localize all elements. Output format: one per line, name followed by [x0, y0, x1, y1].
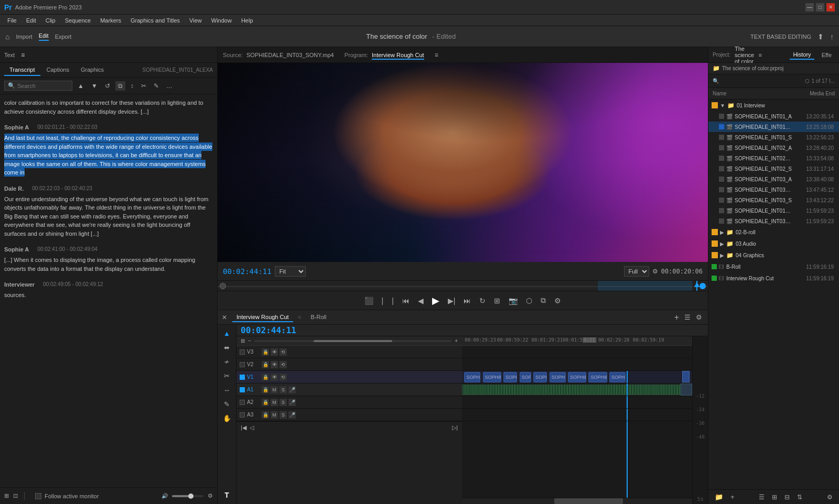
tab-transcript[interactable]: Transcript — [4, 64, 40, 76]
track-a1-mic[interactable]: 🎤 — [288, 386, 296, 393]
step-fwd-button[interactable]: ▶| — [445, 294, 459, 307]
new-bin-button[interactable]: 📁 — [713, 492, 725, 502]
play-button[interactable]: ▶ — [429, 293, 443, 309]
dual-view-button[interactable]: ⧉ — [115, 81, 125, 91]
timeline-tab-broll[interactable]: B-Roll — [307, 313, 331, 322]
loop-button[interactable]: ↻ — [476, 294, 489, 307]
track-a1-mute[interactable]: M — [271, 386, 278, 393]
timeline-settings[interactable]: ⚙ — [694, 312, 704, 323]
mark-out-button[interactable]: | — [379, 294, 387, 307]
camera-button[interactable]: 📷 — [505, 294, 521, 307]
maximize-button[interactable]: □ — [816, 3, 824, 12]
track-a1-lock[interactable]: 🔒 — [262, 386, 269, 393]
freeform-view-button[interactable]: ⊟ — [782, 492, 792, 502]
track-select-tool[interactable]: ⬌ — [222, 342, 231, 353]
file-int01-ip[interactable]: 🎬 SOPHIEDALE_INT01_IP 11:59:59:23 — [708, 205, 839, 216]
file-int02-c[interactable]: 🎬 SOPHIEDALE_INT02_C 13:33:54:08 — [708, 153, 839, 163]
zoom-out-button[interactable]: − — [248, 338, 251, 344]
go-to-start-icon[interactable]: |◀ — [241, 424, 246, 431]
track-a3-mute[interactable]: M — [271, 411, 278, 419]
rp-project-menu[interactable]: ≡ — [758, 52, 761, 58]
slip-tool[interactable]: ↔ — [222, 385, 232, 396]
menu-clip[interactable]: Clip — [41, 16, 60, 25]
follow-monitor-checkbox[interactable] — [35, 493, 41, 499]
track-a1-solo[interactable]: S — [279, 386, 287, 393]
track-a3-content[interactable] — [462, 409, 692, 421]
export-icon[interactable]: ⬆ — [818, 32, 824, 41]
file-int02-a[interactable]: 🎬 SOPHIEDALE_INT02_A 13:28:40:20 — [708, 143, 839, 153]
folder-01-interview[interactable]: ▼ 📁 01 Interview — [708, 100, 839, 111]
video-clip-5[interactable]: SOPHIEDA — [533, 372, 547, 382]
video-clip-1[interactable]: SOPHI — [464, 372, 480, 382]
track-v1-enable[interactable] — [240, 375, 245, 380]
timeline-tab-menu[interactable]: ≡ — [298, 314, 302, 320]
track-v1-sync[interactable]: ⟲ — [279, 374, 287, 381]
settings2-icon[interactable]: ⚙ — [551, 294, 564, 307]
close-button[interactable]: ✕ — [826, 3, 835, 12]
track-a1-enable[interactable] — [240, 387, 245, 392]
track-v3-content[interactable] — [462, 346, 692, 358]
razor-tool[interactable]: ✂ — [222, 370, 231, 381]
type-tool[interactable]: T — [223, 489, 231, 501]
rp-tab-history[interactable]: Effe — [819, 51, 835, 59]
hamburger-icon[interactable]: ≡ — [21, 51, 25, 59]
safe-margin-button[interactable]: ⊞ — [491, 294, 503, 307]
step-back-icon[interactable]: ◁ — [250, 424, 254, 431]
arrow-down-button[interactable]: ▼ — [89, 81, 100, 91]
fit-select[interactable]: Fit 25% 50% 100% — [275, 266, 306, 277]
bottom-icon-1[interactable]: ⊞ — [4, 492, 9, 499]
text-editing-label[interactable]: TEXT BASED EDITING — [750, 34, 811, 40]
icon-view-button[interactable]: ⊞ — [770, 492, 779, 502]
track-v3-enable[interactable] — [240, 349, 245, 355]
file-int03-ip[interactable]: 🎬 SOPHIEDALE_INT03_IP 11:59:59:23 — [708, 216, 839, 226]
file-int03-a[interactable]: 🎬 SOPHIEDALE_INT03_A 13:38:40:08 — [708, 174, 839, 184]
folder-expand-01[interactable]: ▼ — [720, 103, 725, 108]
track-v1-visibility[interactable]: 👁 — [271, 374, 278, 381]
track-a1-content[interactable] — [462, 384, 692, 396]
minimize-button[interactable]: — — [805, 3, 814, 12]
ripple-tool[interactable]: ≁ — [222, 356, 231, 367]
track-v2-visibility[interactable]: 👁 — [271, 361, 278, 368]
step-back-button[interactable]: ⏮ — [399, 294, 413, 307]
track-v3-visibility[interactable]: 👁 — [271, 348, 278, 356]
cut-button[interactable]: ✂ — [139, 81, 148, 91]
rp-tab-project[interactable]: History — [790, 50, 814, 60]
tab-graphics[interactable]: Graphics — [76, 64, 109, 76]
track-a2-lock[interactable]: 🔒 — [262, 399, 269, 406]
video-clip-8[interactable]: SOPHIEDA — [588, 372, 607, 382]
video-clip-9[interactable]: SOPHIEDA — [609, 372, 626, 382]
refresh-button[interactable]: ↺ — [103, 81, 112, 91]
folder-03-audio[interactable]: ▶ 📁 03 Audio — [708, 238, 839, 249]
bottom-icon-2[interactable]: ⊡ — [13, 492, 18, 499]
track-v3-lock[interactable]: 🔒 — [262, 348, 269, 356]
file-int01-s[interactable]: 🎬 SOPHIEDALE_INT01_S 13:22:56:23 — [708, 132, 839, 143]
list-view-button[interactable]: ☰ — [757, 492, 767, 502]
split-button[interactable]: ↕ — [128, 81, 136, 91]
menu-help[interactable]: Help — [237, 16, 257, 25]
fit-to-window-button[interactable]: ⊞ — [241, 338, 245, 344]
hand-tool[interactable]: ✋ — [221, 413, 233, 424]
track-a3-solo[interactable]: S — [279, 411, 287, 419]
file-int01-c[interactable]: 🎬 SOPHIEDALE_INT01_C 13:25:18:08 — [708, 122, 839, 132]
file-int01-a[interactable]: 🎬 SOPHIEDALE_INT01_A 13:20:35:14 — [708, 111, 839, 122]
wrench-icon[interactable]: ⚙ — [208, 492, 213, 499]
zoom-slider[interactable] — [254, 340, 451, 342]
project-filter-icon[interactable]: ⬡ — [805, 78, 810, 84]
timeline-close-button[interactable]: ✕ — [222, 314, 227, 321]
track-v2-enable[interactable] — [240, 362, 245, 367]
file-int03-s[interactable]: 🎬 SOPHIEDALE_INT03_S 13:43:12:22 — [708, 195, 839, 205]
track-v2-lock[interactable]: 🔒 — [262, 361, 269, 368]
track-a2-mute[interactable]: M — [271, 399, 278, 406]
export-frame-button[interactable]: ⬡ — [523, 294, 535, 307]
track-v1-content[interactable]: SOPHI SOPHIEDA SOPHIE SOPHIEDA SOPHIEDA … — [462, 371, 692, 384]
track-v3-sync[interactable]: ⟲ — [279, 348, 287, 356]
volume-slider[interactable] — [172, 495, 203, 497]
file-interview-seq[interactable]: 🎞 Interview Rough Cut 11:59:16:19 — [708, 272, 839, 284]
folder-04-graphics[interactable]: ▶ 📁 04 Graphics — [708, 249, 839, 261]
transcript-content[interactable]: color calibration is so important to cor… — [0, 94, 217, 487]
zoom-in-button[interactable]: + — [455, 338, 458, 344]
share-icon[interactable]: ↑ — [830, 32, 834, 41]
sort-button[interactable]: ⇅ — [795, 492, 804, 502]
edit-button[interactable]: Edit — [39, 32, 49, 41]
menu-file[interactable]: File — [3, 16, 21, 25]
